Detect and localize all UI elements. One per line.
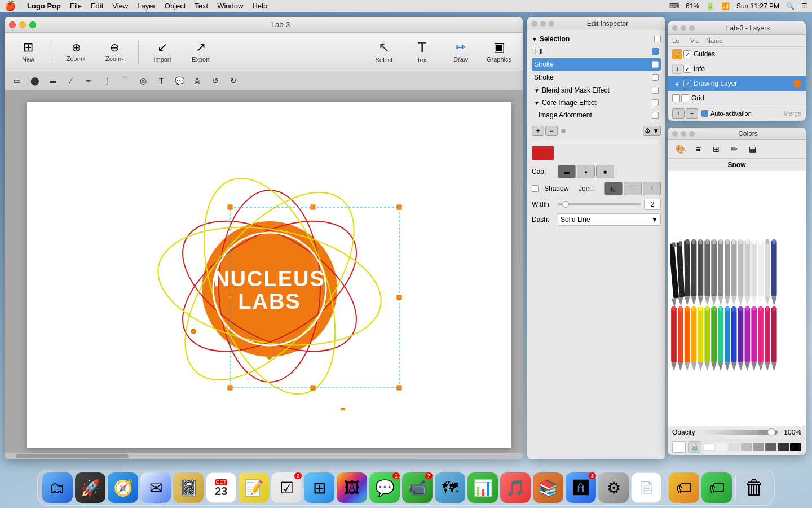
remove-layer-button[interactable]: −: [686, 108, 698, 119]
remove-effect-button[interactable]: −: [545, 126, 558, 136]
draw-button[interactable]: ✏ Draw: [444, 36, 478, 68]
color-cell-4[interactable]: [741, 443, 752, 451]
layer-drawing[interactable]: ◈ ✓ Drawing Layer: [668, 76, 806, 91]
tool-circle[interactable]: ⬤: [27, 73, 43, 88]
fill-row[interactable]: Fill: [532, 45, 661, 58]
color-cell-5[interactable]: [753, 443, 765, 451]
add-effect-button[interactable]: +: [532, 126, 544, 136]
dock-maps[interactable]: 🗺: [435, 472, 465, 503]
stroke-row[interactable]: Stroke: [532, 71, 661, 84]
image-adornment-checkbox[interactable]: [652, 112, 659, 119]
insp-max[interactable]: [549, 21, 554, 27]
menubar-window[interactable]: Window: [213, 2, 248, 10]
dock-music[interactable]: 🎵: [500, 472, 531, 503]
colors-min[interactable]: [681, 131, 686, 137]
stroke-color-swatch[interactable]: [532, 146, 554, 160]
stroke-checkbox-selected[interactable]: [652, 61, 659, 68]
stroke-checkbox[interactable]: [652, 74, 659, 81]
blend-group[interactable]: ▼ Blend and Mask Effect: [532, 84, 661, 97]
opacity-slider[interactable]: [703, 430, 778, 435]
opacity-thumb[interactable]: [767, 428, 775, 436]
dock-launchpad[interactable]: 🚀: [75, 472, 105, 503]
width-slider[interactable]: [558, 203, 641, 205]
grid-lock-check[interactable]: [672, 94, 680, 102]
dock-apps[interactable]: ⊞: [304, 472, 334, 503]
join-round-button[interactable]: ⌒: [624, 182, 642, 195]
insp-min[interactable]: [540, 21, 546, 27]
new-button[interactable]: ⊞ New: [11, 36, 45, 68]
menubar-view[interactable]: View: [108, 2, 133, 10]
tool-shape[interactable]: ⌒: [117, 73, 133, 88]
maximize-button[interactable]: [29, 21, 36, 28]
dock-logopop2[interactable]: 🏷: [701, 472, 732, 503]
color-cell-2[interactable]: [716, 443, 727, 451]
cap-flat-button[interactable]: ▬: [558, 165, 576, 178]
dock-calendar[interactable]: OCT 23: [206, 472, 236, 503]
menubar-text[interactable]: Text: [190, 2, 213, 10]
core-checkbox[interactable]: [652, 99, 659, 106]
tool-text[interactable]: T: [153, 73, 169, 88]
close-button[interactable]: [9, 21, 16, 28]
dock-mail[interactable]: ✉: [140, 472, 171, 503]
dock-trash[interactable]: 🗑: [739, 472, 770, 503]
dock-books[interactable]: 📚: [533, 472, 563, 503]
shadow-checkbox[interactable]: [532, 185, 539, 192]
join-bevel-button[interactable]: ⌇: [643, 182, 661, 195]
dock-photos[interactable]: 🖼: [337, 472, 367, 503]
menubar-file[interactable]: File: [65, 2, 86, 10]
dock-messages[interactable]: 💬 1: [369, 472, 400, 503]
selection-checkbox[interactable]: [654, 36, 661, 42]
layer-guides[interactable]: 🔒 ✓ Guides: [668, 47, 806, 62]
color-cell-7[interactable]: [778, 443, 789, 451]
import-button[interactable]: ↙ Import: [145, 36, 179, 68]
color-wheel-button[interactable]: 🎨: [672, 142, 688, 156]
tool-rotate[interactable]: ↺: [208, 73, 223, 88]
menubar-app-name[interactable]: Logo Pop: [23, 2, 65, 10]
scrollbar-thumb[interactable]: [16, 454, 129, 458]
zoom-in-button[interactable]: ⊕ Zoom+: [59, 36, 93, 68]
selection-arrow[interactable]: ▼: [532, 36, 537, 42]
tool-rect[interactable]: ▭: [9, 73, 25, 88]
tool-rotate2[interactable]: ↻: [226, 73, 241, 88]
dock-appstore[interactable]: 🅰 3: [566, 472, 596, 503]
menu-icon[interactable]: ☰: [801, 2, 807, 10]
zoom-out-button[interactable]: ⊖ Zoom-: [98, 36, 131, 68]
colors-close[interactable]: [672, 131, 678, 137]
drawing-vis-check[interactable]: ✓: [683, 80, 691, 87]
add-layer-button[interactable]: +: [672, 108, 685, 119]
fill-checkbox[interactable]: [652, 48, 659, 55]
select-button[interactable]: ↖ Select: [367, 36, 401, 68]
layers-close[interactable]: [672, 25, 678, 31]
core-image-group[interactable]: ▼ Core Image Effect: [532, 97, 661, 109]
image-adornment-row[interactable]: Image Adornment: [532, 109, 661, 121]
color-sliders-button[interactable]: ≡: [690, 142, 706, 156]
width-slider-thumb[interactable]: [562, 201, 569, 208]
tool-target[interactable]: ◎: [135, 73, 151, 88]
bluetooth-icon[interactable]: ⌨: [669, 2, 679, 10]
dock-syspref[interactable]: ⚙: [598, 472, 629, 503]
minimize-button[interactable]: [19, 21, 26, 28]
layers-max[interactable]: [689, 25, 695, 31]
dock-textedit[interactable]: 📄: [631, 472, 661, 503]
graphics-button[interactable]: ▣ Graphics: [482, 36, 516, 68]
layer-info[interactable]: ⬇ ✓ Info: [668, 62, 806, 76]
gear-button[interactable]: ⚙ ▼: [643, 126, 661, 136]
export-button[interactable]: ↗ Export: [184, 36, 218, 68]
cap-square-button[interactable]: ■: [596, 165, 614, 178]
dock-safari[interactable]: 🧭: [108, 472, 138, 503]
apple-menu[interactable]: 🍎: [5, 1, 16, 11]
merge-button[interactable]: Merge: [784, 110, 801, 117]
tool-line[interactable]: ⁄: [63, 73, 79, 88]
color-cell-3[interactable]: [729, 443, 740, 451]
color-cell-6[interactable]: [765, 443, 776, 451]
horizontal-scrollbar[interactable]: [5, 453, 523, 459]
auto-checkbox[interactable]: [701, 110, 708, 117]
cap-round-button[interactable]: ●: [577, 165, 595, 178]
layer-grid[interactable]: Grid: [668, 91, 806, 106]
tool-star[interactable]: ⛤: [189, 73, 205, 88]
color-palette-button[interactable]: ⊞: [708, 142, 724, 156]
color-crayon-button[interactable]: ✏: [726, 142, 742, 156]
dock-notes[interactable]: 📝: [239, 472, 269, 503]
current-color-swatch[interactable]: [672, 441, 686, 453]
guides-vis-check[interactable]: ✓: [683, 50, 691, 58]
